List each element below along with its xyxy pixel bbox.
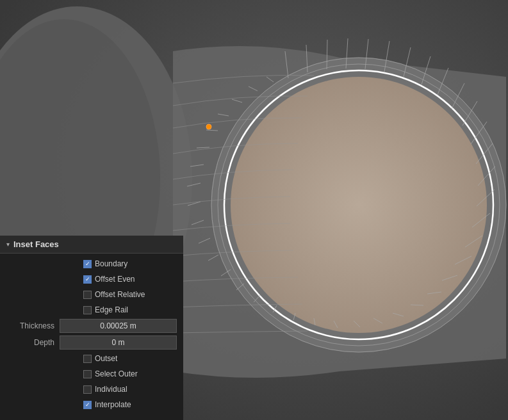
edge-rail-checkbox[interactable]	[83, 306, 92, 314]
depth-row: Depth 0 m	[6, 335, 177, 350]
edge-rail-row: Edge Rail	[6, 303, 177, 316]
offset-even-row: Offset Even	[6, 273, 177, 286]
interpolate-checkbox[interactable]	[83, 401, 92, 409]
select-outer-row: Select Outer	[6, 368, 177, 380]
offset-relative-row: Offset Relative	[6, 288, 177, 301]
panel-body: Boundary Offset Even Offset Relative Edg…	[0, 254, 183, 420]
thickness-row: Thickness 0.00025 m	[6, 319, 177, 333]
outset-checkbox[interactable]	[83, 355, 92, 363]
individual-label: Individual	[95, 385, 127, 394]
outset-label: Outset	[95, 354, 117, 363]
outset-row: Outset	[6, 352, 177, 365]
boundary-label: Boundary	[95, 259, 127, 268]
offset-even-checkbox[interactable]	[83, 275, 92, 284]
interpolate-row: Interpolate	[6, 398, 177, 411]
boundary-checkbox[interactable]	[83, 260, 92, 268]
edge-rail-label: Edge Rail	[95, 305, 128, 314]
select-outer-label: Select Outer	[95, 369, 138, 378]
collapse-icon: ▾	[6, 241, 10, 248]
offset-relative-checkbox[interactable]	[83, 291, 92, 299]
thickness-label: Thickness	[6, 321, 54, 330]
select-outer-checkbox[interactable]	[83, 370, 92, 378]
depth-label: Depth	[6, 338, 54, 347]
offset-even-label: Offset Even	[95, 275, 135, 284]
svg-point-4	[231, 77, 487, 333]
individual-checkbox[interactable]	[83, 385, 92, 394]
interpolate-label: Interpolate	[95, 400, 131, 409]
panel-title: Inset Faces	[13, 239, 59, 249]
thickness-field[interactable]: 0.00025 m	[60, 319, 177, 333]
offset-relative-label: Offset Relative	[95, 290, 145, 299]
boundary-row: Boundary	[6, 257, 177, 270]
inset-faces-panel: ▾ Inset Faces Boundary Offset Even Offse…	[0, 236, 183, 420]
svg-point-51	[206, 124, 211, 129]
panel-header[interactable]: ▾ Inset Faces	[0, 236, 183, 254]
individual-row: Individual	[6, 383, 177, 396]
depth-field[interactable]: 0 m	[60, 335, 177, 350]
